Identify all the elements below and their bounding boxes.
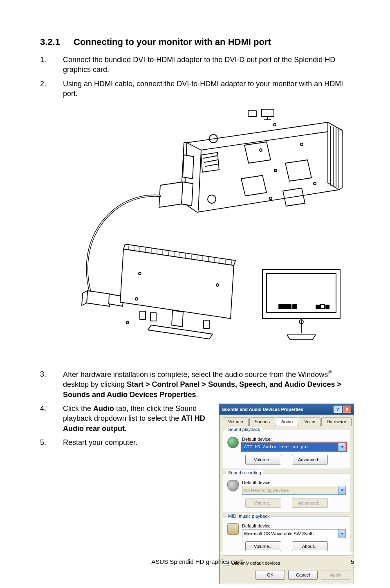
step-number: 5. <box>40 438 63 447</box>
step-text: Connect the bundled DVI-to-HDMI adapter … <box>63 55 354 75</box>
dialog-titlebar: Sounds and Audio Devices Properties ? X <box>220 404 354 415</box>
group-title-recording: Sound recording <box>226 470 263 475</box>
ok-button[interactable]: OK <box>256 570 285 580</box>
group-title-midi: MIDI music playback <box>226 514 271 518</box>
chevron-down-icon[interactable] <box>338 443 345 451</box>
tab-voice[interactable]: Voice <box>299 417 321 426</box>
recording-device-dropdown[interactable]: No Recording Devices <box>242 486 346 495</box>
tab-hardware[interactable]: Hardware <box>321 417 352 426</box>
step-number: 4. <box>40 404 63 433</box>
svg-rect-51 <box>325 305 329 309</box>
s4-b1: Audio <box>93 404 114 413</box>
close-button[interactable]: X <box>343 406 351 413</box>
default-device-label: Default device: <box>242 523 346 528</box>
section-heading: 3.2.1 Connecting to your monitor with an… <box>40 37 354 47</box>
midi-icon <box>227 523 239 535</box>
page-footer: ASUS Splendid HD graphics card 5 <box>40 553 354 565</box>
step-1: 1. Connect the bundled DVI-to-HDMI adapt… <box>40 55 354 75</box>
document-page: 3.2.1 Connecting to your monitor with an… <box>0 0 390 588</box>
svg-rect-42 <box>150 313 156 321</box>
group-title-playback: Sound playback <box>226 427 262 432</box>
step3-pre: After hardware installation is complete,… <box>63 370 328 379</box>
svg-point-10 <box>273 123 276 126</box>
recording-advanced-button: Advanced... <box>292 498 328 508</box>
group-sound-recording: Sound recording Default device: No Recor… <box>223 473 350 512</box>
step-text: Click the Audio tab, then click the Soun… <box>63 404 209 433</box>
s4-a: Click the <box>63 404 93 413</box>
step-2: 2. Using an HDMI cable, connect the DVI-… <box>40 79 354 99</box>
step3-post: . <box>196 391 198 399</box>
group-midi-playback: MIDI music playback Default device: Micr… <box>223 516 350 556</box>
step3-mid: desktop by clicking <box>63 380 127 388</box>
step-text: Restart your computer. <box>63 438 209 447</box>
svg-rect-43 <box>204 320 209 328</box>
hardware-illustration <box>42 106 352 359</box>
microphone-icon <box>227 480 239 491</box>
tab-sounds[interactable]: Sounds <box>249 417 275 426</box>
step-number: 2. <box>40 79 63 99</box>
dialog-tabs: Volume Sounds Audio Voice Hardware <box>223 417 350 426</box>
midi-volume-button[interactable]: Volume... <box>245 541 281 551</box>
page-number: 5 <box>351 558 354 565</box>
playback-device-value: ATI HD Audio rear output <box>244 444 309 449</box>
step-number: 3. <box>40 369 63 399</box>
chevron-down-icon[interactable] <box>338 530 345 538</box>
section-title: Connecting to your monitor with an HDMI … <box>74 37 354 47</box>
speaker-icon <box>227 437 239 448</box>
step-5: 5. Restart your computer. <box>40 438 209 447</box>
svg-rect-49 <box>316 305 320 309</box>
tab-audio[interactable]: Audio <box>276 417 298 426</box>
help-button[interactable]: ? <box>334 406 342 413</box>
svg-rect-45 <box>262 269 340 319</box>
registered-mark: ® <box>328 370 332 375</box>
group-sound-playback: Sound playback Default device: ATI HD Au… <box>223 430 350 469</box>
playback-device-dropdown[interactable]: ATI HD Audio rear output <box>242 442 346 451</box>
playback-volume-button[interactable]: Volume... <box>245 455 281 465</box>
svg-rect-47 <box>279 305 291 309</box>
chevron-down-icon[interactable] <box>338 486 345 494</box>
lower-left-col: 4. Click the Audio tab, then click the S… <box>40 404 209 451</box>
step-3: 3. After hardware installation is comple… <box>40 369 354 399</box>
recording-volume-button: Volume... <box>245 498 281 508</box>
step-text: Using an HDMI cable, connect the DVI-to-… <box>63 79 354 99</box>
playback-advanced-button[interactable]: Advanced... <box>292 455 328 465</box>
cancel-button[interactable]: Cancel <box>288 570 318 580</box>
midi-device-value: Microsoft GS Wavetable SW Synth <box>244 531 314 536</box>
default-device-label: Default device: <box>242 480 346 485</box>
default-device-label: Default device: <box>242 437 346 442</box>
apply-button: Apply <box>321 570 350 580</box>
svg-rect-5 <box>262 109 274 117</box>
midi-about-button[interactable]: About... <box>292 541 328 551</box>
svg-rect-48 <box>293 305 297 309</box>
step-text: After hardware installation is complete,… <box>63 369 354 399</box>
step-4: 4. Click the Audio tab, then click the S… <box>40 404 209 433</box>
dialog-title-text: Sounds and Audio Devices Properties <box>222 407 332 412</box>
svg-rect-4 <box>248 111 256 117</box>
tab-volume[interactable]: Volume <box>223 417 249 426</box>
step-number: 1. <box>40 55 63 75</box>
svg-rect-41 <box>140 311 146 319</box>
recording-device-value: No Recording Devices <box>244 488 289 493</box>
footer-center-text: ASUS Splendid HD graphics card <box>40 558 354 565</box>
section-number: 3.2.1 <box>40 37 74 47</box>
svg-point-44 <box>126 321 129 324</box>
dialog-button-row: OK Cancel Apply <box>223 570 350 580</box>
midi-device-dropdown[interactable]: Microsoft GS Wavetable SW Synth <box>242 529 346 538</box>
